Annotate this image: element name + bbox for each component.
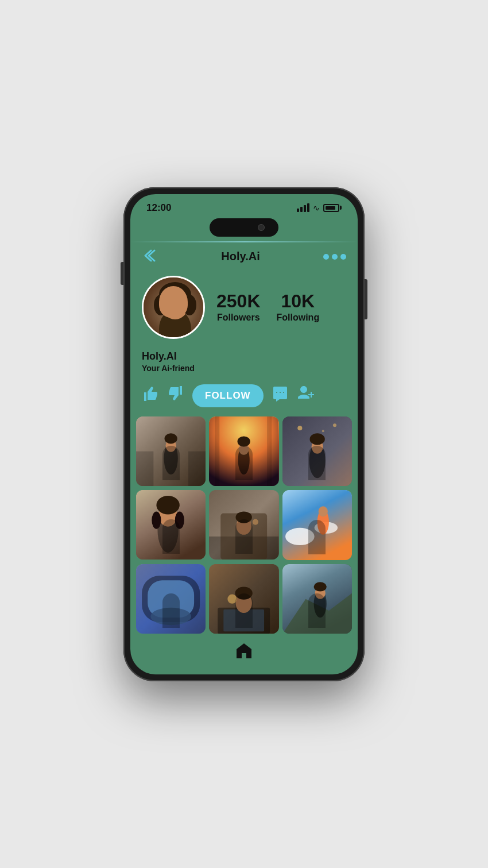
grid-photo-7[interactable] <box>136 564 206 634</box>
svg-point-53 <box>228 594 237 603</box>
svg-rect-20 <box>282 416 352 486</box>
svg-point-4 <box>154 295 168 315</box>
svg-point-26 <box>322 430 324 432</box>
status-bar: 12:00 ∿ <box>130 194 358 218</box>
svg-rect-50 <box>224 609 265 631</box>
page-header: Holy.Ai <box>130 245 358 271</box>
phone-device: 12:00 ∿ Hol <box>123 187 365 681</box>
dynamic-island <box>210 218 278 237</box>
svg-point-3 <box>159 282 191 307</box>
svg-point-51 <box>236 593 252 612</box>
svg-point-7 <box>178 302 181 306</box>
svg-rect-39 <box>282 490 352 560</box>
svg-point-17 <box>238 445 250 474</box>
thumbs-down-icon[interactable] <box>167 385 184 406</box>
profile-section: 250K Followers 10K Following <box>130 271 358 348</box>
followers-label: Followers <box>216 313 261 323</box>
status-time: 12:00 <box>146 202 171 214</box>
followers-count: 250K <box>216 291 261 311</box>
grid-photo-8[interactable] <box>209 564 278 634</box>
svg-point-41 <box>285 528 315 545</box>
page-title: Holy.Ai <box>221 250 260 263</box>
svg-point-43 <box>318 506 327 516</box>
add-friend-icon[interactable] <box>297 385 314 406</box>
grid-photo-5[interactable] <box>209 490 278 560</box>
wifi-icon: ∿ <box>313 203 320 213</box>
svg-point-5 <box>183 295 196 315</box>
svg-point-32 <box>175 512 184 529</box>
svg-point-13 <box>165 433 177 443</box>
grid-photo-1[interactable] <box>136 416 206 486</box>
follow-button[interactable]: FOLLOW <box>192 384 264 407</box>
status-icons: ∿ <box>297 203 342 213</box>
grid-photo-2[interactable] <box>209 416 278 486</box>
svg-rect-35 <box>221 514 268 560</box>
phone-screen: 12:00 ∿ Hol <box>130 194 358 674</box>
grid-photo-3[interactable] <box>282 416 352 486</box>
svg-point-58 <box>313 582 326 591</box>
svg-point-52 <box>235 587 253 599</box>
svg-point-6 <box>169 302 172 306</box>
svg-point-2 <box>161 288 189 319</box>
profile-name: Holy.AI <box>142 350 346 362</box>
profile-tagline: Your Ai-friend <box>142 364 346 373</box>
grid-photo-9[interactable] <box>282 564 352 634</box>
action-row: FOLLOW <box>130 380 358 416</box>
avatar-image <box>144 277 203 337</box>
grid-photo-4[interactable] <box>136 490 206 560</box>
top-accent-line <box>130 241 358 242</box>
avatar <box>142 276 205 339</box>
thumbs-up-icon[interactable] <box>142 385 159 406</box>
svg-point-25 <box>333 423 336 427</box>
signal-icon <box>297 203 309 212</box>
svg-rect-9 <box>136 451 153 486</box>
following-label: Following <box>277 313 320 323</box>
menu-dots-button[interactable] <box>323 254 346 260</box>
svg-point-21 <box>309 443 325 478</box>
svg-rect-10 <box>188 451 206 486</box>
svg-point-31 <box>152 512 161 529</box>
stats-container: 250K Followers 10K Following <box>216 291 319 323</box>
grid-photo-6[interactable] <box>282 490 352 560</box>
svg-rect-15 <box>215 416 219 486</box>
photo-grid <box>130 416 358 635</box>
svg-rect-16 <box>267 416 272 486</box>
svg-point-37 <box>236 512 252 523</box>
svg-point-19 <box>238 436 250 446</box>
svg-point-23 <box>309 433 324 445</box>
bio-section: Holy.AI Your Ai-friend <box>130 348 358 380</box>
svg-point-24 <box>297 426 302 430</box>
back-button[interactable] <box>142 249 158 264</box>
followers-stat: 250K Followers <box>216 291 261 323</box>
home-icon[interactable] <box>235 642 253 664</box>
battery-icon <box>323 204 342 212</box>
svg-point-47 <box>150 608 191 625</box>
following-count: 10K <box>277 291 320 311</box>
following-stat: 10K Following <box>277 291 320 323</box>
svg-point-30 <box>156 496 179 514</box>
chat-icon[interactable] <box>272 385 289 406</box>
bottom-nav <box>130 635 358 674</box>
svg-point-38 <box>253 519 258 525</box>
